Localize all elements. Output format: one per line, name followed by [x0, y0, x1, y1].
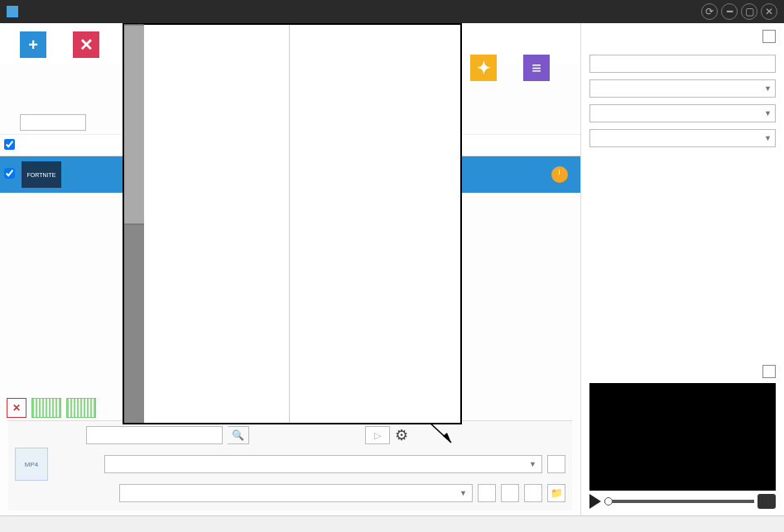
videoquality-select[interactable]: ▼	[589, 104, 776, 122]
snapshot-button[interactable]	[758, 494, 776, 509]
amd-button[interactable]: ▷	[365, 426, 390, 444]
row-checkbox[interactable]	[0, 168, 18, 181]
tab-device[interactable]	[124, 25, 144, 224]
clip-waveform-1[interactable]	[31, 398, 61, 418]
chevron-down-icon: ▼	[529, 460, 536, 468]
search-icon[interactable]: 🔍	[228, 426, 249, 444]
search-row: 🔍 ▷ ⚙	[86, 426, 408, 444]
play-controls	[589, 494, 776, 509]
open-button[interactable]	[501, 484, 519, 502]
gear-icon[interactable]: ⚙	[395, 426, 408, 444]
file-thumb-icon: MP4	[15, 448, 48, 481]
x-icon: ✕	[73, 31, 99, 58]
profile-category-list[interactable]	[144, 25, 290, 423]
select-all-checkbox[interactable]	[0, 139, 18, 152]
audioquality-select[interactable]: ▼	[589, 129, 776, 147]
title-bar: ⟳ ━ ▢ ✕	[0, 0, 784, 23]
progress-handle[interactable]	[604, 497, 613, 506]
right-panel: ▼ ▼ ▼	[580, 23, 784, 515]
save-as-button[interactable]	[547, 455, 565, 473]
close-icon[interactable]: ✕	[761, 3, 777, 20]
destination-input[interactable]: ▼	[119, 484, 473, 502]
preview-header	[589, 365, 776, 378]
destination-row: ▼ 📁	[53, 484, 565, 502]
video-thumbnail: FORTNITE	[22, 161, 61, 188]
clock-icon	[551, 166, 568, 183]
preview-frame[interactable]	[589, 383, 776, 491]
profile-header	[589, 30, 776, 43]
videosize-select[interactable]: ▼	[589, 79, 776, 98]
chevron-down-icon: ▼	[459, 489, 467, 497]
add-button[interactable]: +	[13, 31, 53, 61]
expand-icon[interactable]	[762, 365, 776, 378]
folder-button[interactable]: 📁	[547, 484, 565, 502]
preview-area	[589, 365, 776, 509]
minimize-icon[interactable]: ━	[721, 3, 738, 20]
browse-button[interactable]	[478, 484, 496, 502]
clip-waveform-2[interactable]	[66, 398, 96, 418]
row-status	[539, 166, 580, 183]
effects-button[interactable]: ✦	[464, 55, 503, 84]
search-input[interactable]	[86, 426, 223, 444]
clip-delete-button[interactable]: ✕	[7, 398, 26, 418]
bottom-controls: 🔍 ▷ ⚙ MP4 ▼ ▼ 📁	[8, 420, 572, 510]
play-button[interactable]	[589, 494, 601, 509]
profile-icon: ≡	[523, 55, 550, 81]
chevron-down-icon: ▼	[764, 109, 772, 117]
profile-format-list[interactable]	[290, 25, 460, 423]
audio-select[interactable]	[20, 114, 86, 131]
sync-icon[interactable]: ⟳	[701, 3, 718, 20]
more-button[interactable]	[524, 484, 542, 502]
maximize-icon[interactable]: ▢	[741, 3, 758, 20]
filename-input[interactable]	[589, 55, 776, 73]
app-logo	[7, 6, 18, 17]
chevron-down-icon: ▼	[764, 134, 772, 142]
chevron-down-icon: ▼	[764, 84, 772, 93]
progress-slider[interactable]	[604, 500, 754, 503]
toolbar-right-group: ✦ ≡	[464, 55, 556, 84]
clip-toolbar: ✕	[7, 398, 96, 418]
profile-side-tabs	[124, 25, 144, 423]
add-profile-button[interactable]: ≡	[517, 55, 556, 84]
profile-row: MP4 ▼	[15, 448, 565, 481]
plus-icon: +	[20, 31, 46, 58]
expand-icon[interactable]	[762, 30, 776, 43]
profile-select[interactable]: ▼	[104, 455, 542, 473]
remove-button[interactable]: ✕	[66, 31, 106, 61]
status-bar	[0, 515, 784, 532]
profile-menu-popup	[123, 23, 462, 424]
wand-icon: ✦	[470, 55, 497, 81]
tab-multimedia-format[interactable]	[124, 224, 144, 424]
